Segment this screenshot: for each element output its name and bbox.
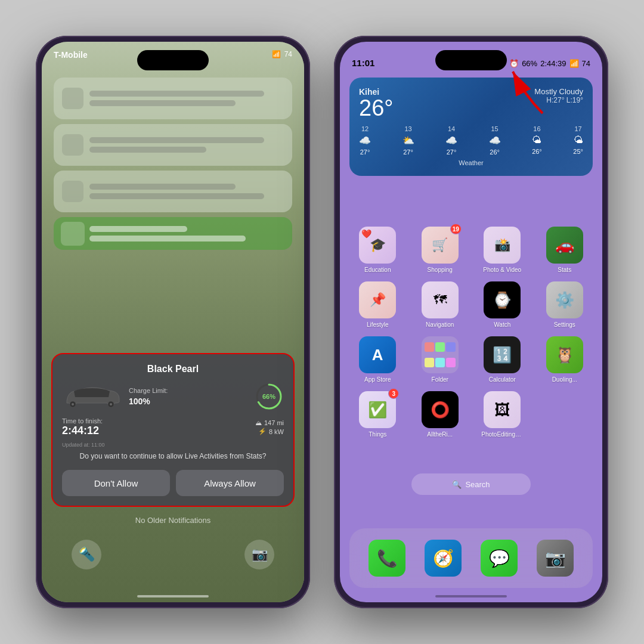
wifi-icon-right: 📶 — [569, 59, 579, 68]
app-duolingo[interactable]: 🦉 Duoling... — [537, 336, 593, 383]
notification-card-3 — [54, 171, 292, 212]
tesla-stats-panel: Charge Limit: 100% — [129, 387, 247, 406]
folder-icon — [422, 336, 459, 373]
tesla-permission-text: Do you want to continue to allow Live Ac… — [62, 451, 284, 462]
tesla-car-svg — [62, 382, 122, 408]
svg-point-1 — [72, 403, 74, 405]
home-indicator-left — [137, 595, 209, 597]
left-phone: T-Mobile 📶 74 — [36, 36, 310, 608]
app-photo-video[interactable]: 📸 Photo & Video — [474, 227, 531, 273]
lifestyle-label: Lifestyle — [367, 321, 389, 328]
charge-circle: 66% — [254, 382, 284, 411]
notif-blur-1 — [89, 91, 284, 106]
green-blur-line — [89, 226, 187, 232]
charge-limit-label: Charge Limit: — [129, 387, 168, 394]
blur-line — [89, 184, 236, 190]
dock-messages[interactable]: 💬 — [481, 540, 518, 577]
blur-line — [89, 137, 264, 143]
dont-allow-button[interactable]: Don't Allow — [62, 470, 170, 496]
always-allow-button[interactable]: Always Allow — [176, 470, 284, 496]
shopping-icon: 🛒 19 — [422, 227, 459, 264]
forecast-day-14: 14 ☁️ 27° — [445, 125, 457, 156]
notif-blur-2 — [89, 137, 284, 153]
green-blur-line — [89, 236, 246, 242]
calculator-icon: 🔢 — [484, 336, 521, 373]
app-appstore[interactable]: A App Store — [349, 336, 406, 383]
things-label: Things — [369, 431, 386, 438]
app-calculator[interactable]: 🔢 Calculator — [474, 336, 531, 383]
phone-icon: 📞 — [377, 549, 398, 568]
app-stats[interactable]: 🚗 Stats — [537, 227, 593, 273]
navigation-label: Navigation — [426, 321, 454, 328]
forecast-day-15: 15 ☁️ 26° — [489, 125, 501, 156]
navigation-icon: 🗺 — [422, 281, 459, 318]
dock-camera[interactable]: 📷 — [537, 540, 574, 577]
forecast-day-17: 17 🌤 25° — [573, 125, 583, 156]
blur-line — [89, 193, 264, 199]
app-shopping[interactable]: 🛒 19 Shopping — [412, 227, 469, 273]
lock-status-right: 📶 74 — [272, 50, 292, 58]
camera-icon: 📷 — [545, 549, 566, 568]
watch-icon: ⌚ — [484, 281, 521, 318]
search-label: Search — [465, 480, 490, 489]
dynamic-island-left — [137, 50, 209, 70]
home-dock: 📞 🧭 💬 📷 — [349, 528, 593, 588]
app-education[interactable]: 🎓 ❤️ Education — [349, 227, 406, 273]
app-folder[interactable]: Folder — [412, 336, 469, 383]
lock-screen-shortcuts: 🔦 📷 — [42, 531, 304, 602]
messages-icon: 💬 — [489, 549, 510, 568]
tesla-range-section: ⛰ 147 mi ⚡ 8 kW — [255, 419, 284, 435]
notif-icon-blurred-2 — [62, 134, 83, 156]
notification-card-2 — [54, 124, 292, 166]
notif-blur-3 — [89, 184, 284, 199]
tesla-card-body: Charge Limit: 100% 66% — [62, 382, 284, 411]
right-phone: 11:01 ⏰ 66% 2:44:39 📶 74 Kihei 26° — [334, 36, 608, 608]
green-widget-content — [89, 226, 285, 242]
time-finish-value: 2:44:12 — [62, 425, 249, 437]
weather-temperature: 26° — [359, 97, 393, 119]
range-icon: ⛰ — [255, 419, 262, 426]
dock-safari[interactable]: 🧭 — [425, 540, 462, 577]
alltheri-icon: ⭕ — [422, 391, 459, 428]
tesla-car-image — [62, 382, 122, 411]
weather-location: Kihei — [359, 87, 393, 97]
flashlight-button[interactable]: 🔦 — [72, 540, 101, 569]
range-row: ⛰ 147 mi — [255, 419, 284, 426]
red-arrow-annotation — [489, 60, 561, 122]
tesla-card-title: Black Pearl — [62, 364, 284, 374]
app-lifestyle[interactable]: 📌 Lifestyle — [349, 281, 406, 328]
charge-limit-row: Charge Limit: — [129, 387, 247, 394]
stats-icon: 🚗 — [546, 227, 583, 264]
tesla-updated-time: Updated at: 11:00 — [62, 442, 284, 448]
time-finish-label: Time to finish: — [62, 417, 249, 425]
lock-notifications — [54, 78, 292, 250]
left-phone-screen: T-Mobile 📶 74 — [42, 42, 304, 602]
app-settings[interactable]: ⚙️ Settings — [537, 281, 593, 328]
duolingo-icon: 🦉 — [546, 336, 583, 373]
settings-icon: ⚙️ — [546, 281, 583, 318]
lifestyle-icon: 📌 — [359, 281, 396, 318]
education-label: Education — [364, 267, 391, 273]
lock-screen: T-Mobile 📶 74 — [42, 42, 304, 602]
power-value: 8 kW — [269, 428, 284, 435]
dock-phone[interactable]: 📞 — [369, 540, 405, 577]
search-icon: 🔍 — [452, 480, 462, 489]
app-alltheri[interactable]: ⭕ AlltheRi... — [412, 391, 469, 438]
app-navigation[interactable]: 🗺 Navigation — [412, 281, 469, 328]
things-badge: 3 — [388, 388, 399, 399]
app-things[interactable]: ✅ 3 Things — [349, 391, 406, 438]
search-bar[interactable]: 🔍 Search — [411, 473, 531, 495]
right-phone-screen: 11:01 ⏰ 66% 2:44:39 📶 74 Kihei 26° — [340, 42, 602, 602]
power-icon: ⚡ — [258, 428, 267, 435]
blur-line — [89, 100, 236, 106]
app-photoediting[interactable]: 🖼 PhotoEditingSh... — [474, 391, 531, 438]
safari-icon: 🧭 — [433, 549, 454, 568]
battery-right-label: 74 — [582, 59, 590, 68]
weather-label: Weather — [359, 159, 583, 166]
camera-shortcut-button[interactable]: 📷 — [244, 540, 274, 569]
app-watch[interactable]: ⌚ Watch — [474, 281, 531, 328]
wifi-icon: 📶 — [272, 50, 281, 58]
education-icon: 🎓 ❤️ — [359, 227, 396, 264]
photo-video-icon: 📸 — [484, 227, 521, 264]
watch-label: Watch — [494, 321, 510, 328]
